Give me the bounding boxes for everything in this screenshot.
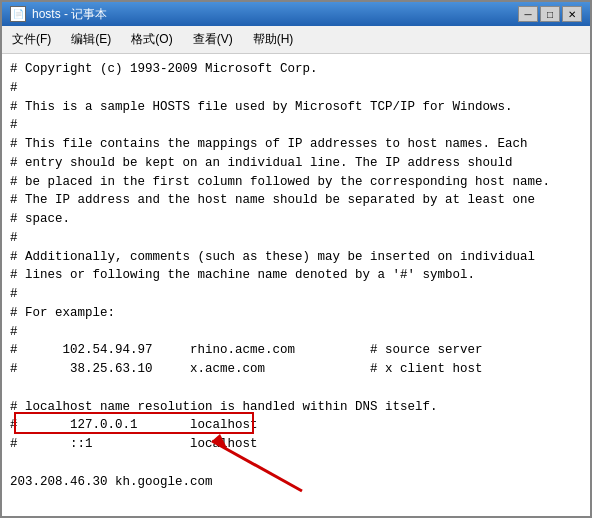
minimize-button[interactable]: ─ xyxy=(518,6,538,22)
menu-edit[interactable]: 编辑(E) xyxy=(61,28,121,51)
close-button[interactable]: ✕ xyxy=(562,6,582,22)
menu-file[interactable]: 文件(F) xyxy=(2,28,61,51)
maximize-button[interactable]: □ xyxy=(540,6,560,22)
menu-view[interactable]: 查看(V) xyxy=(183,28,243,51)
file-content[interactable]: # Copyright (c) 1993-2009 Microsoft Corp… xyxy=(10,60,582,491)
menu-format[interactable]: 格式(O) xyxy=(121,28,182,51)
title-bar-left: 📄 hosts - 记事本 xyxy=(10,6,107,23)
window-controls: ─ □ ✕ xyxy=(518,6,582,22)
main-window: 📄 hosts - 记事本 ─ □ ✕ 文件(F) 编辑(E) 格式(O) 查看… xyxy=(0,0,592,518)
window-title: hosts - 记事本 xyxy=(32,6,107,23)
menu-bar: 文件(F) 编辑(E) 格式(O) 查看(V) 帮助(H) xyxy=(2,26,590,54)
content-area: # Copyright (c) 1993-2009 Microsoft Corp… xyxy=(2,54,590,516)
menu-help[interactable]: 帮助(H) xyxy=(243,28,304,51)
app-icon: 📄 xyxy=(10,6,26,22)
title-bar: 📄 hosts - 记事本 ─ □ ✕ xyxy=(2,2,590,26)
